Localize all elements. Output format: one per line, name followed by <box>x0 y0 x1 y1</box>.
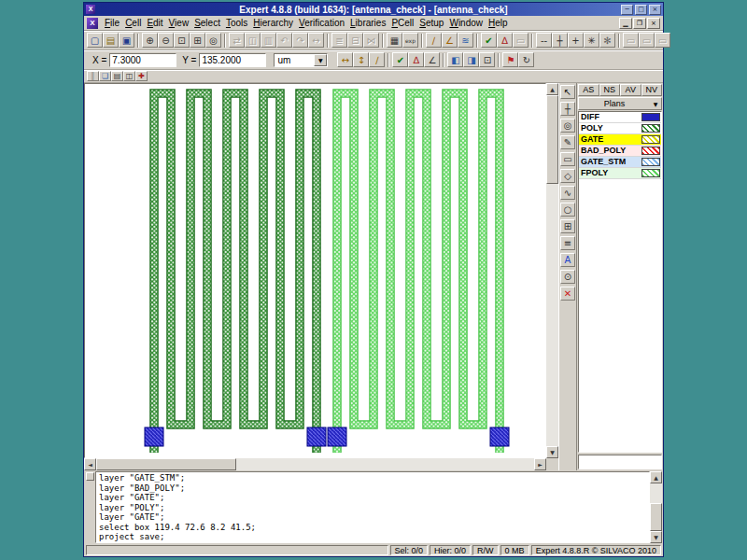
box-tool-icon[interactable]: ▭ <box>560 152 575 166</box>
menu-edit[interactable]: Edit <box>144 17 165 29</box>
menu-help[interactable]: Help <box>486 17 511 29</box>
snap-burst-icon[interactable]: ✻ <box>599 33 615 48</box>
plans-dropdown[interactable]: Plans ▼ <box>578 97 662 110</box>
drc-delta-icon[interactable]: ∆ <box>408 52 424 67</box>
titlebar[interactable]: X Expert 4.8.8 (build 1634): [antenna_ch… <box>84 3 663 16</box>
scroll-left-icon[interactable]: ◄ <box>84 458 96 470</box>
console-text[interactable]: layer "GATE_STM";layer "BAD_POLY";layer … <box>95 471 650 543</box>
menu-cell[interactable]: Cell <box>122 17 144 29</box>
zoom-in-icon[interactable]: ⊕ <box>142 33 158 48</box>
zoom-prev-icon[interactable]: ◎ <box>205 33 221 48</box>
horizontal-scroll-thumb[interactable] <box>96 458 236 470</box>
layer-swatch[interactable] <box>641 124 660 133</box>
diff-contacts[interactable] <box>145 427 509 446</box>
polygon-tool-icon[interactable]: ◇ <box>560 169 575 183</box>
units-dropdown[interactable]: um ▼ <box>274 53 328 67</box>
x-coordinate-input[interactable] <box>109 53 176 67</box>
canvas-vertical-scrollbar[interactable]: ▲ ▼ <box>546 83 558 458</box>
close-button[interactable]: × <box>649 5 661 15</box>
dock-handle-icon[interactable]: ║ <box>87 71 99 81</box>
poly-serpentine[interactable] <box>154 93 317 453</box>
minus-grid-icon[interactable]: -- <box>536 33 552 48</box>
fpoly-serpentine[interactable] <box>337 93 500 453</box>
plus-grid-icon[interactable]: + <box>568 33 584 48</box>
zoom-all-icon[interactable]: ⊞ <box>190 33 205 48</box>
print-view-icon[interactable]: ▤ <box>111 71 123 81</box>
layer-row-gate_stm[interactable]: GATE_STM <box>579 157 661 168</box>
edit-tool-icon[interactable]: ✎ <box>560 135 575 149</box>
layer-column-nv[interactable]: NV <box>641 84 663 96</box>
measure-tool-icon[interactable]: ≡ <box>560 236 575 250</box>
scroll-down-icon[interactable]: ▼ <box>650 531 662 543</box>
pan-tool-icon[interactable]: ┼ <box>560 102 575 116</box>
layer-swatch[interactable] <box>641 147 660 155</box>
open-file-icon[interactable]: ▤ <box>103 33 119 48</box>
layer-swatch[interactable] <box>641 158 660 166</box>
chevron-down-icon[interactable]: ▼ <box>314 54 327 66</box>
y-coordinate-input[interactable] <box>199 53 266 67</box>
layer-column-av[interactable]: AV <box>620 84 641 96</box>
console-scroll-track[interactable] <box>650 483 662 531</box>
measure-path-icon[interactable]: ≋ <box>458 33 473 48</box>
ruler-diagonal-icon[interactable]: ∕ <box>369 52 385 67</box>
new-file-icon[interactable]: ▢ <box>87 33 103 48</box>
wire-tool-icon[interactable]: ∿ <box>560 186 575 200</box>
menu-setup[interactable]: Setup <box>416 17 446 29</box>
delete-tool-icon[interactable]: ✕ <box>560 287 575 301</box>
menu-tools[interactable]: Tools <box>223 17 250 29</box>
layer-swatch[interactable] <box>641 135 660 144</box>
zoom-out-icon[interactable]: ⊖ <box>158 33 174 48</box>
region-box-icon[interactable]: ⊡ <box>479 52 495 67</box>
menu-file[interactable]: File <box>102 17 122 29</box>
select-pointer-tool-icon[interactable]: ↖ <box>560 85 575 99</box>
grid-toggle-icon[interactable]: ▦ <box>387 33 402 48</box>
measure-distance-icon[interactable]: ∕ <box>426 33 442 48</box>
contact-tool-icon[interactable]: ⊞ <box>560 219 575 233</box>
window-layout-icon[interactable]: ◨ <box>463 52 479 67</box>
marker-tool-icon[interactable]: ⊙ <box>560 270 575 284</box>
menu-view[interactable]: View <box>166 17 192 29</box>
snap-star-icon[interactable]: ✳ <box>584 33 599 48</box>
angle-tool-icon[interactable]: ∠ <box>424 52 440 67</box>
ruler-x-icon[interactable]: ↔ <box>337 52 353 67</box>
layer-swatch[interactable] <box>641 113 660 121</box>
menu-window[interactable]: Window <box>446 17 486 29</box>
expand-cells-icon[interactable]: exp <box>402 33 418 48</box>
canvas-horizontal-scrollbar[interactable]: ◄ ► <box>84 458 546 470</box>
verify-errors-icon[interactable]: ∆ <box>497 33 513 48</box>
scroll-down-icon[interactable]: ▼ <box>546 446 558 458</box>
menu-hierarchy[interactable]: Hierarchy <box>250 17 296 29</box>
verify-drc-icon[interactable]: ✔ <box>481 33 497 48</box>
drc-check-icon[interactable]: ✔ <box>392 52 408 67</box>
app-icon[interactable]: X <box>86 5 95 14</box>
zoom-window-icon[interactable]: ⊡ <box>174 33 190 48</box>
pin-view-icon[interactable]: ✚ <box>135 71 148 81</box>
vertical-scroll-thumb[interactable] <box>546 95 558 184</box>
mdi-app-icon[interactable]: X <box>87 18 98 29</box>
vertical-scroll-track[interactable] <box>546 95 558 446</box>
layer-swatch[interactable] <box>641 169 660 177</box>
layer-row-fpoly[interactable]: FPOLY <box>579 168 661 179</box>
zoom-tool-icon[interactable]: ◎ <box>560 119 575 133</box>
layer-column-ns[interactable]: NS <box>599 84 621 96</box>
chevron-down-icon[interactable]: ▼ <box>650 101 661 107</box>
circle-tool-icon[interactable]: ○ <box>560 203 575 217</box>
mdi-restore-button[interactable]: ❐ <box>633 18 646 29</box>
layout-canvas[interactable] <box>84 83 546 458</box>
maximize-button[interactable]: □ <box>635 5 647 15</box>
horizontal-scroll-track[interactable] <box>96 458 534 470</box>
cross-grid-icon[interactable]: ┼ <box>552 33 568 48</box>
save-file-icon[interactable]: ▣ <box>119 33 134 48</box>
layer-row-gate[interactable]: GATE <box>579 134 661 146</box>
copy-view-icon[interactable]: ◫ <box>123 71 135 81</box>
window-cell-icon[interactable]: ◧ <box>447 52 463 67</box>
mdi-close-button[interactable]: × <box>647 18 660 29</box>
scroll-right-icon[interactable]: ► <box>534 458 546 470</box>
menu-libraries[interactable]: Libraries <box>347 17 388 29</box>
new-layout-window-icon[interactable]: ❏ <box>99 71 111 81</box>
flag-marker-icon[interactable]: ⚑ <box>502 52 518 67</box>
scroll-up-icon[interactable]: ▲ <box>546 83 558 95</box>
layer-column-as[interactable]: AS <box>578 84 599 96</box>
console-scroll-thumb[interactable] <box>650 503 662 531</box>
ruler-y-icon[interactable]: ↕ <box>353 52 369 67</box>
